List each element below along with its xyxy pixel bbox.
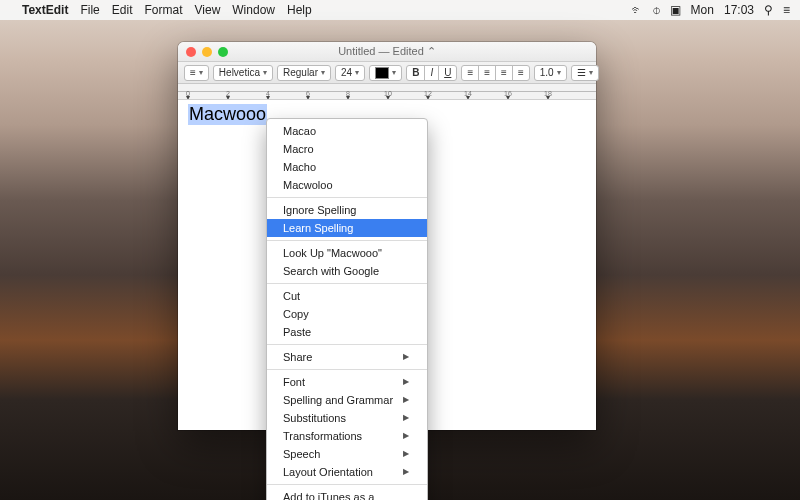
align-center-button[interactable]: ≡ [478, 65, 496, 81]
selected-text[interactable]: Macwooo [188, 104, 267, 125]
menu-item-cut[interactable]: Cut [267, 287, 427, 305]
color-picker-button[interactable]: ▾ [369, 65, 402, 81]
menu-format[interactable]: Format [144, 3, 182, 17]
formatting-toolbar: ≡ ▾ Helvetica ▾ Regular ▾ 24 ▾ ▾ B I U ≡… [178, 62, 596, 84]
list-style-button[interactable]: ☰ ▾ [571, 65, 599, 81]
document-ruler[interactable]: 0 2 4 6 8 10 12 14 16 18 ▾ ▾ ▾ ▾ ▾ ▾ ▾ ▾… [178, 84, 596, 100]
menu-item-label: Macho [283, 160, 316, 174]
submenu-arrow-icon: ▶ [403, 411, 409, 425]
color-swatch [375, 67, 389, 79]
italic-button[interactable]: I [424, 65, 439, 81]
menu-item-label: Learn Spelling [283, 221, 353, 235]
menu-separator [267, 197, 427, 198]
chevron-down-icon: ▾ [321, 68, 325, 77]
menu-item-speech[interactable]: Speech▶ [267, 445, 427, 463]
menu-item-suggestion[interactable]: Macro [267, 140, 427, 158]
menu-item-substitutions[interactable]: Substitutions▶ [267, 409, 427, 427]
align-justify-button[interactable]: ≡ [512, 65, 530, 81]
tab-stop-icon[interactable]: ▾ [426, 93, 430, 100]
app-menu[interactable]: TextEdit [22, 3, 68, 17]
tab-stop-icon[interactable]: ▾ [546, 93, 550, 100]
tab-stop-icon[interactable]: ▾ [306, 93, 310, 100]
styles-button[interactable]: ≡ ▾ [184, 65, 209, 81]
menu-item-copy[interactable]: Copy [267, 305, 427, 323]
tab-stop-icon[interactable]: ▾ [266, 93, 270, 100]
tab-stop-icon[interactable]: ▾ [186, 93, 190, 100]
menu-file[interactable]: File [80, 3, 99, 17]
spacing-label: 1.0 [540, 67, 554, 78]
font-family-select[interactable]: Helvetica ▾ [213, 65, 273, 81]
menu-separator [267, 369, 427, 370]
menu-item-share[interactable]: Share▶ [267, 348, 427, 366]
menu-item-label: Spelling and Grammar [283, 393, 393, 407]
menu-window[interactable]: Window [232, 3, 275, 17]
zoom-icon[interactable] [218, 47, 228, 57]
menu-item-spelling-grammar[interactable]: Spelling and Grammar▶ [267, 391, 427, 409]
menu-item-learn-spelling[interactable]: Learn Spelling [267, 219, 427, 237]
menu-item-label: Search with Google [283, 264, 379, 278]
close-icon[interactable] [186, 47, 196, 57]
font-size-select[interactable]: 24 ▾ [335, 65, 365, 81]
menu-item-label: Cut [283, 289, 300, 303]
menu-item-label: Substitutions [283, 411, 346, 425]
text-style-group: B I U [406, 65, 457, 81]
battery-icon[interactable]: ▣ [670, 3, 681, 17]
line-spacing-select[interactable]: 1.0 ▾ [534, 65, 567, 81]
submenu-arrow-icon: ▶ [403, 375, 409, 389]
align-left-icon: ≡ [467, 67, 473, 78]
list-icon: ☰ [577, 67, 586, 78]
menu-item-suggestion[interactable]: Macho [267, 158, 427, 176]
menu-item-label: Macro [283, 142, 314, 156]
menu-item-search-google[interactable]: Search with Google [267, 262, 427, 280]
menu-help[interactable]: Help [287, 3, 312, 17]
align-right-button[interactable]: ≡ [495, 65, 513, 81]
tab-stop-icon[interactable]: ▾ [466, 93, 470, 100]
alignment-group: ≡ ≡ ≡ ≡ [461, 65, 529, 81]
menu-item-transformations[interactable]: Transformations▶ [267, 427, 427, 445]
menu-item-suggestion[interactable]: Macwoloo [267, 176, 427, 194]
tab-stop-icon[interactable]: ▾ [226, 93, 230, 100]
menu-item-font[interactable]: Font▶ [267, 373, 427, 391]
system-menubar: TextEdit File Edit Format View Window He… [0, 0, 800, 20]
tab-stop-icon[interactable]: ▾ [506, 93, 510, 100]
submenu-arrow-icon: ▶ [403, 350, 409, 364]
font-family-label: Helvetica [219, 67, 260, 78]
bluetooth-icon[interactable]: ⌽ [653, 3, 660, 17]
chevron-down-icon: ▾ [199, 68, 203, 77]
menu-view[interactable]: View [195, 3, 221, 17]
tab-stop-icon[interactable]: ▾ [346, 93, 350, 100]
tab-stop-icon[interactable]: ▾ [386, 93, 390, 100]
menu-item-suggestion[interactable]: Macao [267, 122, 427, 140]
menubar-time[interactable]: 17:03 [724, 3, 754, 17]
spotlight-icon[interactable]: ⚲ [764, 3, 773, 17]
wifi-icon[interactable]: ᯤ [631, 3, 643, 17]
menu-item-label: Add to iTunes as a Spoken Track [283, 490, 409, 500]
underline-button[interactable]: U [438, 65, 457, 81]
menu-item-label: Macao [283, 124, 316, 138]
context-menu: Macao Macro Macho Macwoloo Ignore Spelli… [266, 118, 428, 500]
font-style-select[interactable]: Regular ▾ [277, 65, 331, 81]
menu-item-label: Look Up "Macwooo" [283, 246, 382, 260]
menu-item-layout-orientation[interactable]: Layout Orientation▶ [267, 463, 427, 481]
menu-item-paste[interactable]: Paste [267, 323, 427, 341]
menu-item-lookup[interactable]: Look Up "Macwooo" [267, 244, 427, 262]
styles-icon: ≡ [190, 67, 196, 78]
menu-item-ignore-spelling[interactable]: Ignore Spelling [267, 201, 427, 219]
menu-item-label: Share [283, 350, 312, 364]
notification-center-icon[interactable]: ≡ [783, 3, 790, 17]
menu-separator [267, 240, 427, 241]
menu-edit[interactable]: Edit [112, 3, 133, 17]
window-title: Untitled — Edited ⌃ [338, 45, 436, 58]
window-titlebar[interactable]: Untitled — Edited ⌃ [178, 42, 596, 62]
chevron-down-icon: ▾ [392, 68, 396, 77]
menu-separator [267, 344, 427, 345]
submenu-arrow-icon: ▶ [403, 429, 409, 443]
menu-item-label: Font [283, 375, 305, 389]
align-left-button[interactable]: ≡ [461, 65, 479, 81]
menu-item-add-to-itunes[interactable]: Add to iTunes as a Spoken Track [267, 488, 427, 500]
bold-button[interactable]: B [406, 65, 425, 81]
menu-item-label: Transformations [283, 429, 362, 443]
chevron-down-icon: ▾ [589, 68, 593, 77]
menubar-weekday[interactable]: Mon [691, 3, 714, 17]
minimize-icon[interactable] [202, 47, 212, 57]
